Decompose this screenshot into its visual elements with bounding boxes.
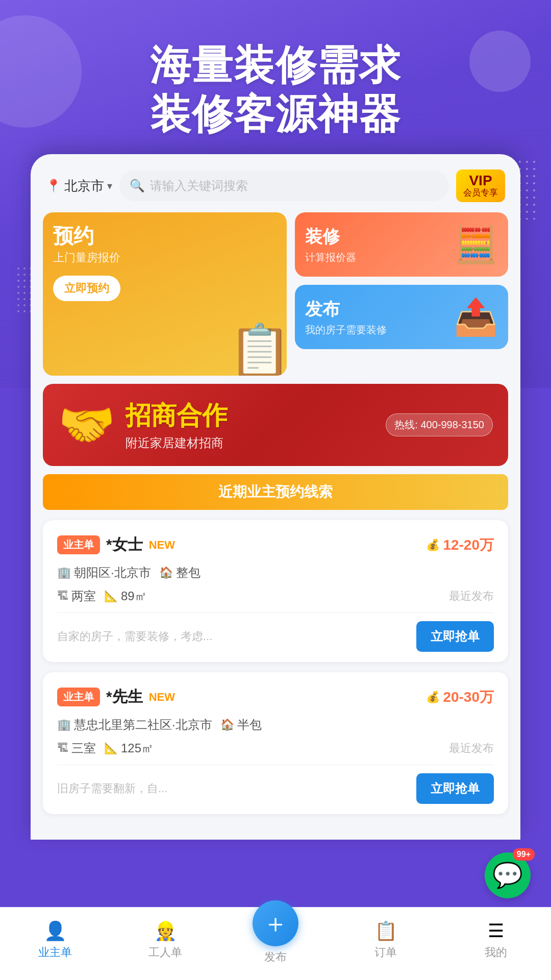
lead1-owner-name: *女士 <box>106 534 143 555</box>
lead2-owner-name: *先生 <box>106 687 143 707</box>
vip-label: VIP <box>469 174 492 188</box>
layout-icon: 🏗 <box>57 590 68 603</box>
calculator-icon: 🧮 <box>454 224 498 265</box>
lead2-time: 最近发布 <box>449 741 494 756</box>
nav-item-mine[interactable]: ☰ 我的 <box>441 920 551 960</box>
hero-line1: 海量装修需求 <box>150 42 401 88</box>
lead1-info-row2: 🏗 两室 📐 89㎡ 最近发布 <box>57 588 494 604</box>
leads-banner: 近期业主预约线索 <box>43 474 508 510</box>
lead2-location-text: 慧忠北里第二社区·北京市 <box>74 717 212 733</box>
lead2-area-text: 125㎡ <box>121 740 154 756</box>
lead1-area: 📐 89㎡ <box>104 588 147 604</box>
lead1-grab-button[interactable]: 立即抢单 <box>416 621 494 652</box>
calendar-icon: 📋 <box>228 325 287 376</box>
lead1-location: 🏢 朝阳区·北京市 <box>57 565 151 581</box>
banner-zhaoshang[interactable]: 🤝 招商合作 附近家居建材招商 热线: 400-998-3150 <box>43 384 508 466</box>
lead1-price-value: 12-20万 <box>443 535 494 555</box>
zhuangxiu-subtitle: 计算报价器 <box>305 251 356 264</box>
lead2-price-value: 20-30万 <box>443 688 494 707</box>
fabu-title: 发布 <box>305 298 387 321</box>
lead-card-2: 业主单 *先生 NEW 💰 20-30万 🏢 慧忠北里第二社区·北京市 🏠 半包 <box>43 672 508 814</box>
lead2-header-left: 业主单 *先生 NEW <box>57 687 175 707</box>
location-text: 北京市 <box>64 177 104 195</box>
hotline-badge: 热线: 400-998-3150 <box>386 413 493 436</box>
vip-badge[interactable]: VIP 会员专享 <box>456 169 505 202</box>
lead1-header: 业主单 *女士 NEW 💰 12-20万 <box>57 534 494 555</box>
lead2-owner-tag: 业主单 <box>57 688 100 706</box>
nav-fab-publish[interactable]: ＋ 发布 <box>220 916 331 965</box>
lead-card-1: 业主单 *女士 NEW 💰 12-20万 🏢 朝阳区·北京市 🏠 整包 <box>43 520 508 662</box>
lead2-info-row2: 🏗 三室 📐 125㎡ 最近发布 <box>57 740 494 756</box>
lead2-header: 业主单 *先生 NEW 💰 20-30万 <box>57 687 494 707</box>
lead2-grab-button[interactable]: 立即抢单 <box>416 773 494 804</box>
hero-line2: 装修客源神器 <box>150 91 401 137</box>
search-bar: 📍 北京市 ▾ 🔍 请输入关键词搜索 VIP 会员专享 <box>31 154 520 212</box>
lead1-location-text: 朝阳区·北京市 <box>74 565 151 581</box>
lead2-area: 📐 125㎡ <box>104 740 154 756</box>
lead1-time: 最近发布 <box>449 589 494 604</box>
home-icon-2: 🏠 <box>220 718 234 731</box>
lead2-price: 💰 20-30万 <box>426 688 494 707</box>
price-icon-2: 💰 <box>426 691 440 704</box>
lead2-rooms-text: 三室 <box>71 740 96 756</box>
lead1-owner-tag: 业主单 <box>57 535 100 554</box>
zhuangxiu-text: 装修 计算报价器 <box>305 225 356 264</box>
location-button[interactable]: 📍 北京市 ▾ <box>46 177 112 195</box>
hero-section: 海量装修需求 装修客源神器 <box>0 0 551 154</box>
bottom-nav: 👤 业主单 👷 工人单 ＋ 发布 📋 订单 ☰ 我的 <box>0 907 551 980</box>
cards-right: 装修 计算报价器 🧮 发布 我的房子需要装修 📤 <box>295 212 508 376</box>
lead1-price: 💰 12-20万 <box>426 535 494 555</box>
lead2-footer: 旧房子需要翻新，自... 立即抢单 <box>57 765 494 804</box>
wechat-badge: 99+ <box>513 848 535 861</box>
banner-subtitle: 附近家居建材招商 <box>126 435 375 451</box>
publish-icon: 📤 <box>454 296 498 338</box>
search-icon: 🔍 <box>130 179 145 193</box>
yueyue-title: 预约 <box>53 225 277 247</box>
home-icon: 🏠 <box>159 566 173 579</box>
hotline-number: 400-998-3150 <box>420 419 484 430</box>
nav-item-owner[interactable]: 👤 业主单 <box>0 920 110 960</box>
search-input-wrap[interactable]: 🔍 请输入关键词搜索 <box>119 170 449 201</box>
lead2-location: 🏢 慧忠北里第二社区·北京市 <box>57 717 212 733</box>
owner-nav-icon: 👤 <box>44 920 67 942</box>
lead2-rooms: 🏗 三室 <box>57 740 96 756</box>
banner-content: 招商合作 附近家居建材招商 <box>126 399 375 451</box>
lead1-new-badge: NEW <box>149 538 175 552</box>
nav-label-mine: 我的 <box>485 945 507 960</box>
yueyue-subtitle: 上门量房报价 <box>53 250 277 265</box>
fabu-text: 发布 我的房子需要装修 <box>305 298 387 337</box>
mine-nav-icon: ☰ <box>488 920 504 942</box>
nav-item-worker[interactable]: 👷 工人单 <box>110 920 220 960</box>
card-yueyue[interactable]: 预约 上门量房报价 立即预约 📋 <box>43 212 287 376</box>
lead1-rooms-text: 两室 <box>71 588 96 604</box>
wechat-float-button[interactable]: 💬 99+ <box>485 852 531 898</box>
book-button[interactable]: 立即预约 <box>53 276 120 301</box>
price-icon: 💰 <box>426 538 440 552</box>
chevron-down-icon: ▾ <box>107 180 112 192</box>
zhuangxiu-title: 装修 <box>305 225 356 249</box>
location-icon: 📍 <box>46 179 61 193</box>
lead2-type-text: 半包 <box>237 717 262 733</box>
fabu-subtitle: 我的房子需要装修 <box>305 323 387 337</box>
lead1-type-text: 整包 <box>176 565 201 581</box>
lead2-desc: 旧房子需要翻新，自... <box>57 781 408 796</box>
nav-label-publish: 发布 <box>264 949 287 965</box>
vip-sub-label: 会员专享 <box>463 188 498 198</box>
lead1-type: 🏠 整包 <box>159 565 201 581</box>
leads-title: 近期业主预约线索 <box>218 484 333 500</box>
fab-plus-icon[interactable]: ＋ <box>253 900 298 946</box>
worker-nav-icon: 👷 <box>154 920 177 942</box>
lead1-info-row1: 🏢 朝阳区·北京市 🏠 整包 <box>57 565 494 581</box>
lead2-type: 🏠 半包 <box>220 717 262 733</box>
nav-label-worker: 工人单 <box>148 945 182 960</box>
banner-title: 招商合作 <box>126 399 375 433</box>
building-icon: 🏢 <box>57 566 71 579</box>
lead1-area-text: 89㎡ <box>121 588 147 604</box>
layout-icon-2: 🏗 <box>57 742 68 755</box>
lead1-header-left: 业主单 *女士 NEW <box>57 534 175 555</box>
nav-item-order[interactable]: 📋 订单 <box>331 920 441 960</box>
card-fabu[interactable]: 发布 我的房子需要装修 📤 <box>295 285 508 349</box>
card-zhuangxiu[interactable]: 装修 计算报价器 🧮 <box>295 212 508 277</box>
lead1-desc: 自家的房子，需要装修，考虑... <box>57 629 408 644</box>
nav-label-order: 订单 <box>374 945 397 960</box>
